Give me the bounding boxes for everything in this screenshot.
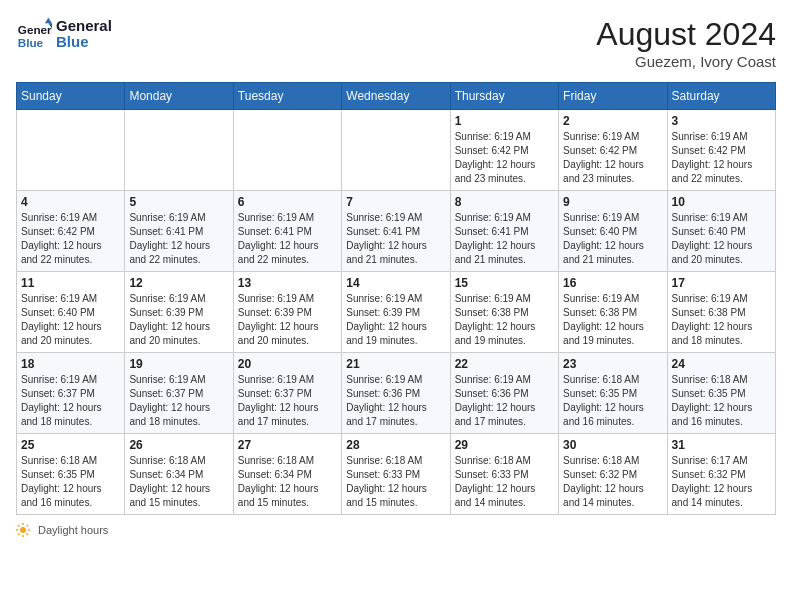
calendar-cell: 9Sunrise: 6:19 AM Sunset: 6:40 PM Daylig…: [559, 191, 667, 272]
day-number: 30: [563, 438, 662, 452]
day-number: 2: [563, 114, 662, 128]
day-info: Sunrise: 6:18 AM Sunset: 6:34 PM Dayligh…: [238, 454, 337, 510]
day-info: Sunrise: 6:19 AM Sunset: 6:42 PM Dayligh…: [455, 130, 554, 186]
calendar-cell: 16Sunrise: 6:19 AM Sunset: 6:38 PM Dayli…: [559, 272, 667, 353]
calendar-cell: 15Sunrise: 6:19 AM Sunset: 6:38 PM Dayli…: [450, 272, 558, 353]
calendar-cell: 28Sunrise: 6:18 AM Sunset: 6:33 PM Dayli…: [342, 434, 450, 515]
calendar-cell: 5Sunrise: 6:19 AM Sunset: 6:41 PM Daylig…: [125, 191, 233, 272]
weekday-header: Thursday: [450, 83, 558, 110]
day-info: Sunrise: 6:19 AM Sunset: 6:37 PM Dayligh…: [238, 373, 337, 429]
calendar-cell: 24Sunrise: 6:18 AM Sunset: 6:35 PM Dayli…: [667, 353, 775, 434]
svg-line-12: [18, 534, 19, 535]
logo-general: General: [56, 18, 112, 35]
location-subtitle: Guezem, Ivory Coast: [596, 53, 776, 70]
day-info: Sunrise: 6:19 AM Sunset: 6:40 PM Dayligh…: [563, 211, 662, 267]
calendar-cell: 27Sunrise: 6:18 AM Sunset: 6:34 PM Dayli…: [233, 434, 341, 515]
day-number: 21: [346, 357, 445, 371]
weekday-header: Tuesday: [233, 83, 341, 110]
calendar-cell: 17Sunrise: 6:19 AM Sunset: 6:38 PM Dayli…: [667, 272, 775, 353]
calendar-cell: 19Sunrise: 6:19 AM Sunset: 6:37 PM Dayli…: [125, 353, 233, 434]
calendar-cell: 21Sunrise: 6:19 AM Sunset: 6:36 PM Dayli…: [342, 353, 450, 434]
day-info: Sunrise: 6:18 AM Sunset: 6:34 PM Dayligh…: [129, 454, 228, 510]
day-info: Sunrise: 6:19 AM Sunset: 6:41 PM Dayligh…: [346, 211, 445, 267]
day-number: 11: [21, 276, 120, 290]
svg-line-9: [18, 525, 19, 526]
day-number: 19: [129, 357, 228, 371]
calendar-cell: 10Sunrise: 6:19 AM Sunset: 6:40 PM Dayli…: [667, 191, 775, 272]
svg-text:General: General: [18, 23, 52, 36]
day-info: Sunrise: 6:18 AM Sunset: 6:33 PM Dayligh…: [455, 454, 554, 510]
weekday-header: Monday: [125, 83, 233, 110]
calendar-cell: 4Sunrise: 6:19 AM Sunset: 6:42 PM Daylig…: [17, 191, 125, 272]
day-number: 1: [455, 114, 554, 128]
calendar-week-row: 25Sunrise: 6:18 AM Sunset: 6:35 PM Dayli…: [17, 434, 776, 515]
calendar-cell: 29Sunrise: 6:18 AM Sunset: 6:33 PM Dayli…: [450, 434, 558, 515]
day-number: 17: [672, 276, 771, 290]
day-info: Sunrise: 6:19 AM Sunset: 6:39 PM Dayligh…: [129, 292, 228, 348]
day-number: 23: [563, 357, 662, 371]
calendar-cell: [233, 110, 341, 191]
month-year-title: August 2024: [596, 16, 776, 53]
calendar-week-row: 4Sunrise: 6:19 AM Sunset: 6:42 PM Daylig…: [17, 191, 776, 272]
day-info: Sunrise: 6:19 AM Sunset: 6:38 PM Dayligh…: [672, 292, 771, 348]
day-number: 12: [129, 276, 228, 290]
day-number: 3: [672, 114, 771, 128]
calendar-cell: 2Sunrise: 6:19 AM Sunset: 6:42 PM Daylig…: [559, 110, 667, 191]
calendar-cell: 26Sunrise: 6:18 AM Sunset: 6:34 PM Dayli…: [125, 434, 233, 515]
day-info: Sunrise: 6:19 AM Sunset: 6:42 PM Dayligh…: [563, 130, 662, 186]
svg-line-10: [27, 534, 28, 535]
calendar-cell: 23Sunrise: 6:18 AM Sunset: 6:35 PM Dayli…: [559, 353, 667, 434]
weekday-header: Friday: [559, 83, 667, 110]
day-number: 9: [563, 195, 662, 209]
day-info: Sunrise: 6:17 AM Sunset: 6:32 PM Dayligh…: [672, 454, 771, 510]
day-number: 31: [672, 438, 771, 452]
day-info: Sunrise: 6:18 AM Sunset: 6:35 PM Dayligh…: [563, 373, 662, 429]
day-info: Sunrise: 6:19 AM Sunset: 6:42 PM Dayligh…: [21, 211, 120, 267]
logo-icon: General Blue: [16, 16, 52, 52]
calendar-cell: 12Sunrise: 6:19 AM Sunset: 6:39 PM Dayli…: [125, 272, 233, 353]
calendar-cell: [342, 110, 450, 191]
weekday-header: Sunday: [17, 83, 125, 110]
day-info: Sunrise: 6:18 AM Sunset: 6:35 PM Dayligh…: [672, 373, 771, 429]
calendar-cell: [125, 110, 233, 191]
calendar-cell: 6Sunrise: 6:19 AM Sunset: 6:41 PM Daylig…: [233, 191, 341, 272]
day-number: 5: [129, 195, 228, 209]
calendar-cell: [17, 110, 125, 191]
day-number: 16: [563, 276, 662, 290]
title-block: August 2024 Guezem, Ivory Coast: [596, 16, 776, 70]
calendar-week-row: 11Sunrise: 6:19 AM Sunset: 6:40 PM Dayli…: [17, 272, 776, 353]
day-info: Sunrise: 6:19 AM Sunset: 6:36 PM Dayligh…: [346, 373, 445, 429]
weekday-header: Saturday: [667, 83, 775, 110]
day-info: Sunrise: 6:19 AM Sunset: 6:41 PM Dayligh…: [129, 211, 228, 267]
calendar-cell: 30Sunrise: 6:18 AM Sunset: 6:32 PM Dayli…: [559, 434, 667, 515]
day-number: 8: [455, 195, 554, 209]
day-info: Sunrise: 6:18 AM Sunset: 6:33 PM Dayligh…: [346, 454, 445, 510]
day-info: Sunrise: 6:19 AM Sunset: 6:38 PM Dayligh…: [563, 292, 662, 348]
day-info: Sunrise: 6:19 AM Sunset: 6:41 PM Dayligh…: [455, 211, 554, 267]
calendar-cell: 13Sunrise: 6:19 AM Sunset: 6:39 PM Dayli…: [233, 272, 341, 353]
day-info: Sunrise: 6:19 AM Sunset: 6:39 PM Dayligh…: [346, 292, 445, 348]
calendar-week-row: 18Sunrise: 6:19 AM Sunset: 6:37 PM Dayli…: [17, 353, 776, 434]
day-number: 14: [346, 276, 445, 290]
calendar-cell: 31Sunrise: 6:17 AM Sunset: 6:32 PM Dayli…: [667, 434, 775, 515]
day-number: 15: [455, 276, 554, 290]
svg-text:Blue: Blue: [18, 36, 44, 49]
day-number: 13: [238, 276, 337, 290]
calendar-cell: 11Sunrise: 6:19 AM Sunset: 6:40 PM Dayli…: [17, 272, 125, 353]
day-number: 25: [21, 438, 120, 452]
calendar-cell: 7Sunrise: 6:19 AM Sunset: 6:41 PM Daylig…: [342, 191, 450, 272]
day-info: Sunrise: 6:19 AM Sunset: 6:39 PM Dayligh…: [238, 292, 337, 348]
weekday-header-row: SundayMondayTuesdayWednesdayThursdayFrid…: [17, 83, 776, 110]
day-number: 7: [346, 195, 445, 209]
day-info: Sunrise: 6:19 AM Sunset: 6:40 PM Dayligh…: [21, 292, 120, 348]
page-header: General Blue General Blue August 2024 Gu…: [16, 16, 776, 70]
day-info: Sunrise: 6:18 AM Sunset: 6:35 PM Dayligh…: [21, 454, 120, 510]
day-number: 27: [238, 438, 337, 452]
calendar-cell: 3Sunrise: 6:19 AM Sunset: 6:42 PM Daylig…: [667, 110, 775, 191]
day-info: Sunrise: 6:19 AM Sunset: 6:36 PM Dayligh…: [455, 373, 554, 429]
calendar-cell: 1Sunrise: 6:19 AM Sunset: 6:42 PM Daylig…: [450, 110, 558, 191]
day-number: 4: [21, 195, 120, 209]
calendar-cell: 14Sunrise: 6:19 AM Sunset: 6:39 PM Dayli…: [342, 272, 450, 353]
sun-icon: [16, 523, 30, 537]
footer-note: Daylight hours: [16, 523, 776, 537]
